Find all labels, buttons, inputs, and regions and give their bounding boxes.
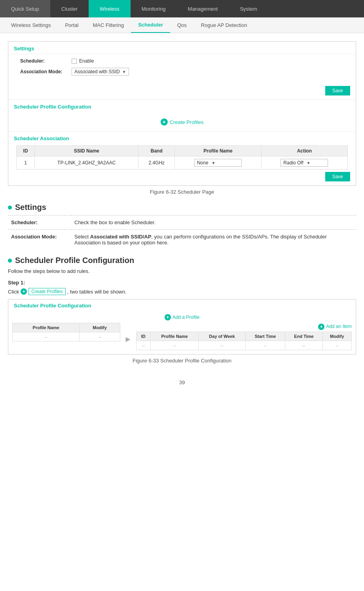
screenshot-2: Scheduler Profile Configuration + Add a … <box>8 299 356 355</box>
right-col-start-time: Start Time <box>245 332 285 341</box>
settings-section-body: Scheduler: Enable Association Mode: Asso… <box>8 54 356 84</box>
subnav-portal[interactable]: Portal <box>58 17 85 33</box>
scheduler-association-table: ID SSID Name Band Profile Name Action 1 … <box>16 145 348 170</box>
add-item-label: Add an Item <box>326 324 352 330</box>
chevron-down-icon: ▼ <box>307 161 311 165</box>
right-cell-id: -- <box>136 341 150 350</box>
doc-desc-scheduler: Check the box to enable Scheduler. <box>71 215 356 230</box>
action-option: Radio Off <box>283 160 303 166</box>
col-ssid-name: SSID Name <box>35 146 138 156</box>
profile-intro: Follow the steps below to add rules. <box>8 268 356 274</box>
create-profiles-label: Create Profiles <box>170 119 204 125</box>
right-cell-start: -- <box>245 341 285 350</box>
left-table-row: -- -- <box>13 332 120 341</box>
association-save-button[interactable]: Save <box>325 172 350 181</box>
association-save-row: Save <box>8 170 356 185</box>
doc-label-association: Association Mode: <box>8 230 71 250</box>
cell-ssid-name: TP-LINK_2.4GHZ_9A2AAC <box>35 156 138 170</box>
col-profile-name: Profile Name <box>175 146 261 156</box>
action-select[interactable]: Radio Off ▼ <box>281 159 328 167</box>
scheduler-checkbox[interactable] <box>72 59 77 64</box>
add-profile-plus-icon: + <box>165 314 171 320</box>
inline-create-profiles-label[interactable]: Create Profiles <box>28 288 65 295</box>
nav-item-management[interactable]: Management <box>177 0 229 17</box>
page-number: 39 <box>8 372 356 389</box>
cell-action: Radio Off ▼ <box>261 156 347 170</box>
step1-click-text: Click <box>8 289 19 295</box>
settings-save-row: Save <box>8 84 356 99</box>
create-profiles-plus-icon: + <box>161 118 168 126</box>
col-id: ID <box>17 146 35 156</box>
right-table-row: -- -- -- -- -- -- <box>136 341 351 350</box>
profile-config-header: Scheduler Profile Configuration <box>14 104 350 111</box>
step1-suffix-text: , two tables will be shown. <box>67 289 127 295</box>
scheduler-association-header: Scheduler Association <box>14 135 350 144</box>
nav-item-wireless[interactable]: Wireless <box>89 0 131 17</box>
doc-row-scheduler: Scheduler: Check the box to enable Sched… <box>8 215 356 230</box>
figure-caption-1: Figure 6-32 Scheduler Page <box>8 189 356 195</box>
association-mode-option: Associated with SSID <box>74 69 120 74</box>
table-row: 1 TP-LINK_2.4GHZ_9A2AAC 2.4GHz None ▼ Ra… <box>17 156 348 170</box>
scheduler-row: Scheduler: Enable <box>20 58 344 64</box>
right-col-profile-name: Profile Name <box>150 332 198 341</box>
profile-config-header-2: Scheduler Profile Configuration <box>8 299 356 312</box>
subnav-rogue-ap[interactable]: Rogue AP Detection <box>194 17 254 33</box>
cell-id: 1 <box>17 156 35 170</box>
left-cell-modify: -- <box>80 332 120 341</box>
nav-item-cluster[interactable]: Cluster <box>50 0 89 17</box>
cell-profile-name: None ▼ <box>175 156 261 170</box>
association-mode-select[interactable]: Associated with SSID ▼ <box>72 68 129 76</box>
col-action: Action <box>261 146 347 156</box>
right-col-day-of-week: Day of Week <box>199 332 245 341</box>
figure-caption-2: Figure 6-33 Scheduler Profile Configurat… <box>8 358 356 364</box>
right-cell-profile-name: -- <box>150 341 198 350</box>
profile-name-select[interactable]: None ▼ <box>194 159 242 167</box>
bullet-dot-icon-2 <box>8 259 12 263</box>
step1-text: Click + Create Profiles , two tables wil… <box>8 288 356 295</box>
create-profiles-row[interactable]: + Create Profiles <box>8 113 356 131</box>
right-col-modify: Modify <box>322 332 351 341</box>
cell-band: 2.4GHz <box>138 156 175 170</box>
settings-save-button[interactable]: Save <box>325 86 350 95</box>
association-mode-label: Association Mode: <box>20 69 72 74</box>
nav-item-quick-setup[interactable]: Quick Setup <box>0 0 50 17</box>
subnav-wireless-settings[interactable]: Wireless Settings <box>4 17 58 33</box>
add-profile-label: Add a Profile <box>173 315 200 320</box>
scheduler-label: Scheduler: <box>20 58 72 64</box>
sub-nav: Wireless Settings Portal MAC Filtering S… <box>0 17 364 33</box>
profile-name-option: None <box>197 160 209 166</box>
right-col-end-time: End Time <box>285 332 322 341</box>
chevron-down-icon: ▼ <box>122 70 126 74</box>
bullet-dot-icon <box>8 206 12 210</box>
subnav-qos[interactable]: Qos <box>170 17 194 33</box>
settings-doc-table: Scheduler: Check the box to enable Sched… <box>8 215 356 250</box>
nav-item-monitoring[interactable]: Monitoring <box>131 0 177 17</box>
right-profile-table: ID Profile Name Day of Week Start Time E… <box>136 332 352 350</box>
left-col-profile-name: Profile Name <box>13 323 80 332</box>
doc-section-profile-title: Scheduler Profile Configuration <box>8 256 356 265</box>
left-col-modify: Modify <box>80 323 120 332</box>
profile-left-table-container: Profile Name Modify -- -- <box>12 323 120 341</box>
right-cell-modify: -- <box>322 341 351 350</box>
col-band: Band <box>138 146 175 156</box>
right-cell-end: -- <box>285 341 322 350</box>
subnav-mac-filtering[interactable]: MAC Filtering <box>85 17 131 33</box>
add-item-row[interactable]: + Add an Item <box>136 323 352 332</box>
main-content: Settings Scheduler: Enable Association M… <box>0 33 364 397</box>
association-mode-row: Association Mode: Associated with SSID ▼ <box>20 68 344 76</box>
scheduler-enable-text: Enable <box>79 58 94 64</box>
profile-right-table-container: + Add an Item ID Profile Name Day of Wee… <box>136 323 352 350</box>
association-mode-value: Associated with SSID ▼ <box>72 68 129 76</box>
nav-item-system[interactable]: System <box>229 0 268 17</box>
add-profile-row[interactable]: + Add a Profile <box>8 312 356 323</box>
doc-row-association: Association Mode: Select Associated with… <box>8 230 356 250</box>
subnav-scheduler[interactable]: Scheduler <box>131 17 170 33</box>
doc-section-settings-title: Settings <box>8 203 356 212</box>
chevron-down-icon: ▼ <box>212 161 216 165</box>
left-profile-table: Profile Name Modify -- -- <box>12 323 120 341</box>
settings-section-header: Settings <box>8 42 356 54</box>
right-cell-day: -- <box>199 341 245 350</box>
doc-label-scheduler: Scheduler: <box>8 215 71 230</box>
profile-tables-row: Profile Name Modify -- -- ► <box>8 323 356 354</box>
doc-section-profile-config: Scheduler Profile Configuration Follow t… <box>8 256 356 364</box>
